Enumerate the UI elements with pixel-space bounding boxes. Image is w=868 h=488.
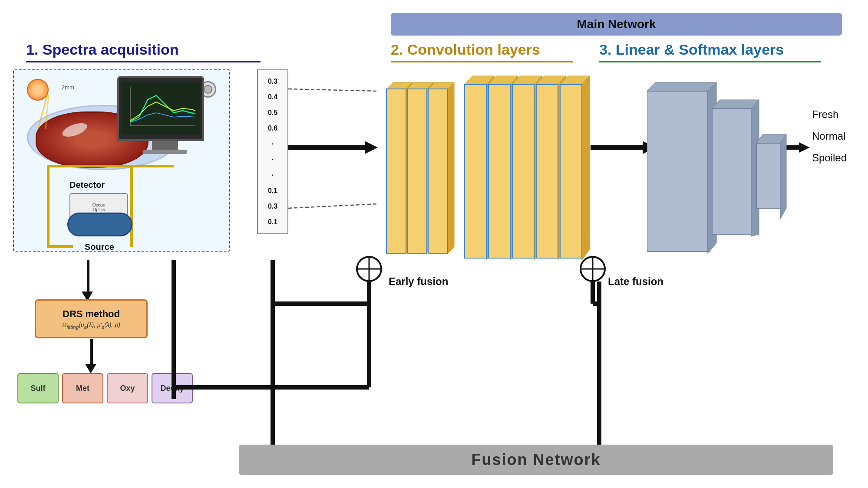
late-fusion-label: Late fusion [608, 275, 663, 288]
conv-layers-svg [378, 67, 595, 275]
chromophore-row: Sulf Met Oxy Deoxy [17, 373, 193, 403]
output-normal: Normal [812, 130, 847, 142]
sv-6: 0.3 [268, 203, 277, 210]
svg-rect-74 [756, 143, 780, 208]
cable-yellow-vertical [47, 165, 50, 247]
underline-3 [599, 61, 821, 62]
dimension-label: 2mm [62, 84, 74, 91]
chromo-met: Met [62, 373, 103, 403]
underline-2 [391, 61, 573, 62]
sv-2: 0.4 [268, 93, 277, 101]
section-title-3: 3. Linear & Softmax layers [599, 41, 784, 58]
svg-marker-69 [647, 82, 716, 91]
svg-rect-0 [122, 82, 200, 134]
svg-rect-36 [386, 89, 406, 254]
section-title-2: 2. Convolution layers [391, 41, 540, 58]
chromo-oxy: Oxy [107, 373, 148, 403]
svg-rect-48 [465, 85, 486, 258]
section-title-1: 1. Spectra acquisition [26, 41, 178, 58]
chromo-deoxy: Deoxy [152, 373, 193, 403]
sv-1: 0.3 [268, 78, 277, 85]
fusion-network-bar: Fusion Network [239, 445, 833, 475]
source-label-bottom: Source [85, 242, 114, 252]
early-fusion-label: Early fusion [389, 275, 448, 288]
sv-dot1: · [272, 140, 274, 148]
fusion-network-label: Fusion Network [471, 451, 601, 469]
svg-rect-52 [488, 85, 510, 258]
spectrum-graph [122, 82, 200, 134]
cable-yellow-horizontal-top [47, 165, 134, 167]
underline-1 [26, 61, 261, 62]
linear-layers-svg [647, 80, 790, 275]
main-container: Main Network 1. Spectra acquisition 2. C… [0, 0, 868, 488]
sv-5: 0.1 [268, 187, 277, 195]
svg-marker-44 [448, 82, 454, 254]
svg-marker-72 [712, 100, 759, 108]
arrow-shaft-drs-to-chromo [90, 339, 93, 365]
sv-dot2: · [272, 156, 274, 164]
svg-rect-60 [536, 85, 558, 258]
arrow-shaft-to-drs [87, 260, 89, 293]
monitor-base [143, 150, 187, 154]
svg-marker-66 [582, 76, 590, 260]
arrow-head-drs-to-chromo [85, 364, 96, 373]
svg-line-3 [288, 89, 378, 91]
detector-label-bottom: Detector [69, 180, 105, 190]
svg-line-4 [288, 204, 378, 208]
svg-rect-68 [647, 91, 708, 252]
svg-marker-10 [799, 142, 810, 153]
cable-yellow-horizontal-bottom [47, 245, 73, 248]
svg-rect-71 [712, 108, 751, 234]
sv-7: 0.1 [268, 218, 277, 226]
spectrum-column: 0.3 0.4 0.5 0.6 · · · 0.1 0.3 0.1 [257, 69, 288, 234]
monitor-stand [152, 141, 178, 150]
cable-yellow-vertical-2 [130, 165, 133, 247]
drs-box: DRS method Rfitting(μa(λ), μ's(λ), ρ) [35, 299, 148, 338]
monitor [117, 76, 213, 163]
drs-title: DRS method [63, 308, 120, 320]
cable-yellow-horizontal-3 [130, 165, 174, 167]
main-network-label: Main Network [577, 17, 656, 31]
instrument-camera [67, 213, 132, 236]
sv-3: 0.5 [268, 109, 277, 117]
chromo-sulf: Sulf [17, 373, 59, 403]
sv-dot3: · [272, 171, 274, 179]
svg-marker-76 [780, 134, 786, 219]
svg-rect-39 [407, 89, 427, 254]
output-fresh: Fresh [812, 108, 847, 121]
output-spoiled: Spoiled [812, 152, 847, 164]
svg-rect-56 [512, 85, 534, 258]
sv-4: 0.6 [268, 124, 277, 132]
output-labels: Fresh Normal Spoiled [812, 108, 847, 164]
svg-rect-42 [428, 89, 448, 254]
monitor-screen [117, 76, 204, 141]
svg-marker-6 [365, 141, 378, 154]
main-network-banner: Main Network [391, 13, 842, 36]
svg-rect-64 [560, 85, 582, 258]
drs-formula: Rfitting(μa(λ), μ's(λ), ρ) [62, 321, 120, 330]
